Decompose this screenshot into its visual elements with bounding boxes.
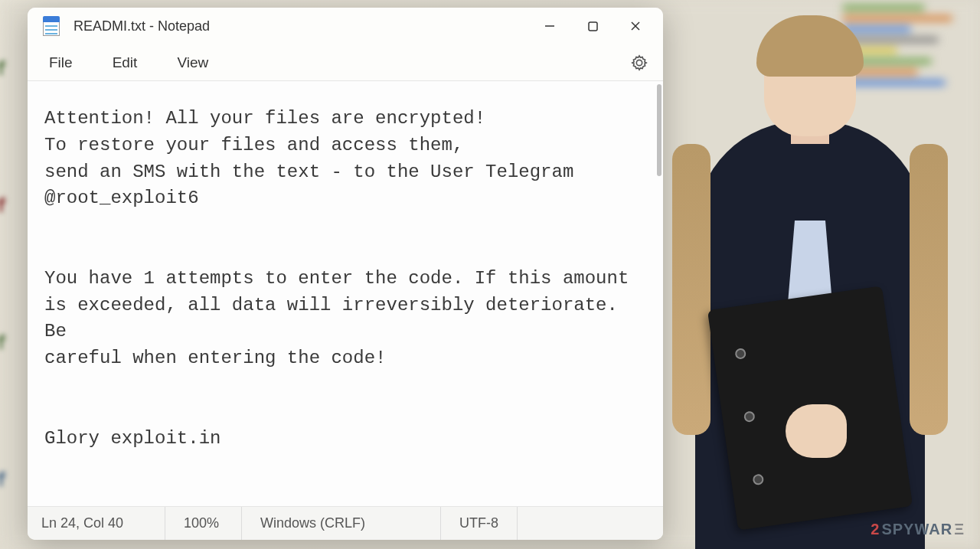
menu-edit[interactable]: Edit [106,50,144,76]
status-eol: Windows (CRLF) [242,507,441,540]
close-icon [630,21,641,31]
settings-button[interactable] [631,54,648,71]
watermark: 2SPYWARΞ [871,521,965,538]
minimize-icon [544,21,555,31]
statusbar: Ln 24, Col 40 100% Windows (CRLF) UTF-8 [28,506,663,540]
minimize-button[interactable] [528,11,571,41]
background-code-left: if if if if [0,0,31,549]
person-illustration [672,21,948,549]
maximize-button[interactable] [571,11,614,41]
titlebar[interactable]: READMI.txt - Notepad [28,8,663,44]
status-encoding: UTF-8 [441,507,518,540]
watermark-number: 2 [871,521,880,538]
editor-text[interactable]: Attention! All your files are encrypted!… [28,81,663,506]
watermark-arrow-icon: Ξ [954,521,965,538]
notepad-app-icon [43,16,60,36]
status-zoom[interactable]: 100% [165,507,242,540]
gear-icon [631,54,648,71]
maximize-icon [588,21,598,31]
menu-file[interactable]: File [43,50,79,76]
window-controls [528,11,657,41]
window-title: READMI.txt - Notepad [74,18,528,34]
scrollbar-thumb[interactable] [657,84,662,176]
menubar: File Edit View [28,44,663,81]
watermark-text: SPYWAR [881,521,952,538]
editor-area[interactable]: Attention! All your files are encrypted!… [28,81,663,506]
close-button[interactable] [614,11,657,41]
status-position: Ln 24, Col 40 [28,507,165,540]
notepad-window: READMI.txt - Notepad File Edit View Atte… [28,8,663,540]
menu-view[interactable]: View [171,50,214,76]
svg-rect-1 [589,22,597,31]
scrollbar[interactable] [651,81,663,506]
